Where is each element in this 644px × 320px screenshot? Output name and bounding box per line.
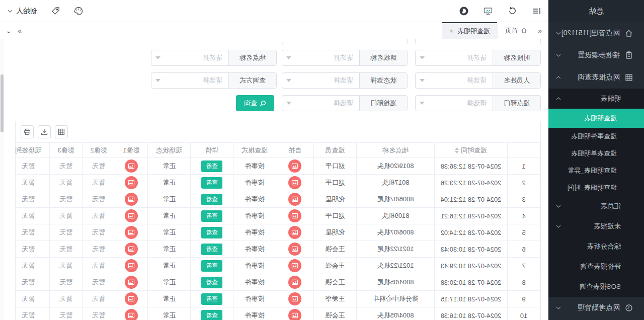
- photo-image-icon[interactable]: [125, 243, 138, 256]
- view-detail-button[interactable]: 查看: [201, 293, 222, 305]
- submenu-item-3[interactable]: 综合分析表: [548, 236, 644, 257]
- sidebar-item-0[interactable]: 网点管理[1151120]: [548, 22, 644, 44]
- submenu-item-5[interactable]: SOS报表查询: [548, 277, 644, 297]
- selfie-image-icon[interactable]: [288, 243, 301, 256]
- selfie-image-icon[interactable]: [288, 159, 301, 173]
- photo-image-icon[interactable]: [125, 176, 138, 189]
- search-button[interactable]: 查询: [236, 95, 274, 111]
- tag-icon[interactable]: [50, 6, 60, 16]
- columns-icon[interactable]: [55, 125, 68, 138]
- select-input[interactable]: 请选择: [416, 96, 493, 111]
- photo-image-icon[interactable]: [125, 276, 138, 289]
- user-menu[interactable]: 创始人: [7, 7, 37, 16]
- submenu-leaf-2[interactable]: 巡查表单明细表: [548, 145, 644, 162]
- submenu-leaf-4[interactable]: 巡查明细表_时间: [548, 179, 644, 196]
- view-detail-button[interactable]: 查看: [201, 194, 222, 205]
- scrollbar-thumb[interactable]: [1, 74, 4, 132]
- column-header-mode: 巡查模式: [233, 143, 276, 158]
- submenu-leaf-3[interactable]: 巡查明细表_异常: [548, 162, 644, 179]
- cell-index: 2: [508, 175, 540, 191]
- photo-image-icon[interactable]: [125, 193, 138, 206]
- close-icon[interactable]: ×: [449, 27, 453, 35]
- print-icon[interactable]: [21, 125, 34, 138]
- view-detail-button[interactable]: 查看: [201, 244, 222, 255]
- submenu-leaf-0[interactable]: 巡查明细表: [548, 109, 644, 128]
- screen-icon[interactable]: [483, 6, 493, 16]
- select-input[interactable]: 请选择: [282, 50, 359, 65]
- tab-home[interactable]: 首页: [497, 22, 534, 39]
- select-input[interactable]: 请选择: [151, 73, 228, 88]
- chevron-down-icon: [420, 79, 425, 82]
- cell-selfie: [276, 158, 314, 175]
- collapse-menu-icon[interactable]: [531, 6, 541, 16]
- tabs-scroll-left[interactable]: «: [534, 27, 545, 35]
- palette-icon[interactable]: [73, 6, 84, 16]
- select-placeholder: 请选择: [291, 76, 353, 85]
- submenu-item-4[interactable]: 评价报表查询: [548, 257, 644, 277]
- selfie-image-icon[interactable]: [288, 309, 301, 320]
- tab-bar: « 首页 巡查明细表 × » ⌄: [0, 22, 548, 39]
- select-input[interactable]: 请选择: [416, 39, 540, 44]
- column-header-time[interactable]: 巡查时间: [435, 143, 508, 158]
- select-input[interactable]: 请选择: [282, 96, 359, 111]
- select-placeholder: 请选择: [425, 76, 487, 85]
- tab-inspection-detail[interactable]: 巡查明细表 ×: [442, 22, 497, 39]
- selfie-image-icon[interactable]: [288, 259, 301, 272]
- table-row: 22024-07-28 12:23:268017机头赵口平按事件查看正常暂无暂无…: [15, 175, 540, 191]
- submenu-item-1[interactable]: 汇总表: [548, 196, 644, 216]
- selfie-image-icon[interactable]: [288, 176, 301, 189]
- sidebar-item-1[interactable]: 接收步骤设置: [548, 44, 644, 66]
- cell-image1: [115, 307, 148, 320]
- photo-image-icon[interactable]: [125, 292, 138, 305]
- select-input[interactable]: 请选择: [282, 39, 407, 44]
- photo-image-icon[interactable]: [125, 259, 138, 272]
- submenu-item-0[interactable]: 明细表: [548, 89, 644, 109]
- photo-image-icon[interactable]: [125, 209, 138, 222]
- submenu-item-label: 汇总表: [561, 202, 621, 211]
- selfie-image-icon[interactable]: [288, 193, 301, 206]
- cell-inspector: 化明星: [314, 224, 357, 241]
- select-input[interactable]: 请选择: [282, 73, 359, 88]
- sidebar-item-2[interactable]: 网点报表查询: [548, 66, 644, 89]
- cell-signin: 暂无: [15, 291, 50, 307]
- selfie-image-icon[interactable]: [288, 209, 301, 222]
- view-detail-button[interactable]: 查看: [201, 161, 222, 172]
- selfie-image-icon[interactable]: [288, 226, 301, 239]
- table-row: 52024-07-28 12:14:028006/07机头化明星按事件查看正常暂…: [15, 224, 540, 241]
- photo-image-icon[interactable]: [125, 309, 138, 320]
- select-input[interactable]: 请选择: [416, 73, 493, 88]
- tabs-scroll-right[interactable]: »: [14, 27, 25, 35]
- sort-icon[interactable]: [455, 147, 459, 153]
- selfie-image-icon[interactable]: [288, 292, 301, 305]
- select-input[interactable]: 请选择: [416, 50, 493, 65]
- cell-signin: 暂无: [15, 307, 50, 320]
- submenu-leaf-1[interactable]: 巡查事件明细表: [548, 128, 644, 145]
- view-detail-button[interactable]: 查看: [201, 210, 222, 222]
- column-header-label: 详情: [205, 146, 218, 154]
- view-detail-button[interactable]: 查看: [201, 177, 222, 189]
- filter-field-巡检部门: 巡检部门请选择: [282, 95, 408, 111]
- moon-icon[interactable]: [459, 6, 469, 16]
- cell-selfie: [276, 175, 314, 191]
- select-input[interactable]: 请选择: [151, 50, 228, 65]
- refresh-icon[interactable]: [507, 6, 517, 16]
- cell-mode: 按事件: [233, 307, 276, 320]
- view-detail-button[interactable]: 查看: [201, 227, 222, 238]
- sidebar-item-3[interactable]: 网点考勤管理: [548, 297, 644, 319]
- vertical-scrollbar[interactable]: [0, 39, 4, 320]
- cell-time: 2024-07-28 12:36:38: [435, 158, 508, 175]
- export-icon[interactable]: [38, 125, 51, 138]
- view-detail-button[interactable]: 查看: [201, 277, 222, 288]
- cell-selfie: [276, 208, 314, 224]
- tabs-dropdown[interactable]: ⌄: [3, 27, 14, 35]
- photo-image-icon[interactable]: [125, 159, 138, 173]
- selfie-image-icon[interactable]: [288, 276, 301, 289]
- view-detail-button[interactable]: 查看: [201, 310, 222, 320]
- photo-image-icon[interactable]: [125, 226, 138, 239]
- filter-field-路线名称: 路线名称请选择: [282, 50, 408, 66]
- chevron-down-icon: [555, 52, 561, 58]
- submenu-item-2[interactable]: 未巡报表: [548, 216, 644, 236]
- cell-inspector: 王会强: [314, 307, 357, 320]
- column-header-location: 地点名称: [357, 143, 435, 158]
- view-detail-button[interactable]: 查看: [201, 260, 222, 272]
